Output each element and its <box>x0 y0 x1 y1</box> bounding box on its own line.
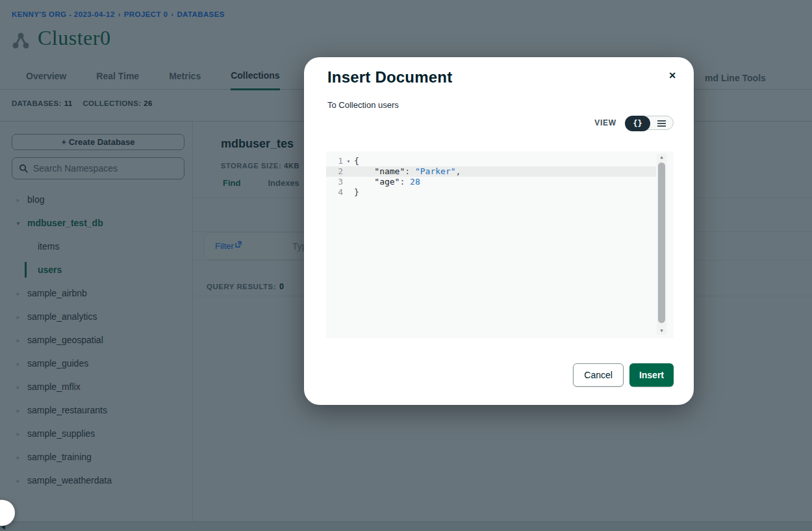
view-toggle: {} <box>625 116 674 130</box>
line-number: 3 <box>326 177 343 187</box>
view-label: VIEW <box>594 118 616 127</box>
json-editor[interactable]: 1▾{2 "name": "Parker",3 "age": 284} ▲ ▼ <box>326 151 674 338</box>
line-number: 2 <box>326 166 343 177</box>
fold-gutter <box>343 177 354 187</box>
insert-document-modal: ✕ Insert Document To Collection users VI… <box>304 57 694 405</box>
view-row: VIEW {} <box>594 116 674 130</box>
modal-title: Insert Document <box>327 68 452 86</box>
list-view-icon[interactable] <box>650 116 673 131</box>
insert-button[interactable]: Insert <box>629 363 674 387</box>
editor-scrollbar[interactable]: ▲ ▼ <box>657 153 666 335</box>
fold-gutter <box>343 187 354 198</box>
editor-line-1: 1▾{ <box>326 156 656 166</box>
scroll-down-icon[interactable]: ▼ <box>657 327 666 335</box>
line-number: 4 <box>326 187 343 198</box>
fold-arrow-icon[interactable]: ▾ <box>343 156 354 166</box>
editor-lines: 1▾{2 "name": "Parker",3 "age": 284} <box>326 156 656 198</box>
scrollbar-thumb[interactable] <box>658 162 665 323</box>
editor-line-4: 4} <box>326 187 656 198</box>
code-text: "age": 28 <box>354 177 420 187</box>
modal-subtitle: To Collection users <box>327 100 399 110</box>
line-number: 1 <box>326 156 343 166</box>
editor-line-3: 3 "age": 28 <box>326 177 656 187</box>
code-text: "name": "Parker", <box>354 166 461 177</box>
cancel-button[interactable]: Cancel <box>573 363 624 387</box>
code-text: { <box>354 156 359 166</box>
editor-line-2: 2 "name": "Parker", <box>326 166 656 177</box>
modal-buttons: Cancel Insert <box>573 363 674 387</box>
scroll-up-icon[interactable]: ▲ <box>657 153 666 161</box>
close-icon[interactable]: ✕ <box>668 70 676 81</box>
code-text: } <box>354 187 359 198</box>
json-view-option[interactable]: {} <box>625 116 650 131</box>
fold-gutter <box>343 166 354 177</box>
